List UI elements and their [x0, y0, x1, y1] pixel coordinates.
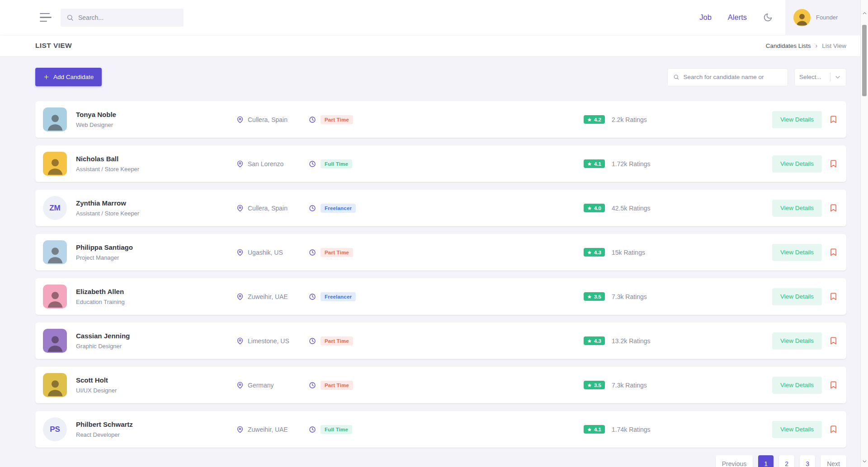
candidate-name: Elizabeth Allen [76, 288, 125, 295]
candidate-employment: Freelancer [309, 204, 356, 213]
candidate-role: Assistant / Store Keeper [76, 210, 139, 217]
rating-badge: 4.2 [584, 115, 605, 124]
view-details-button[interactable]: View Details [772, 332, 822, 350]
nav-link-alerts[interactable]: Alerts [728, 13, 747, 22]
candidate-role: Web Designer [76, 121, 116, 128]
scrollbar[interactable] [860, 0, 868, 467]
candidate-search-input[interactable] [684, 74, 782, 80]
view-details-button[interactable]: View Details [772, 421, 822, 438]
global-search-input[interactable] [78, 14, 178, 21]
add-candidate-button[interactable]: Add Candidate [35, 68, 102, 86]
candidate-employment: Full Time [309, 425, 352, 434]
rating-badge: 4.3 [584, 248, 605, 257]
view-details-button[interactable]: View Details [772, 200, 822, 217]
scrollbar-thumb[interactable] [862, 25, 867, 96]
candidate-rating: 4.2 2.2k Ratings [584, 115, 761, 124]
candidate-actions: View Details [761, 377, 839, 394]
bookmark-button[interactable] [828, 424, 839, 434]
pagination-page-3[interactable]: 3 [800, 455, 815, 467]
candidate-employment: Part Time [309, 115, 353, 124]
employment-type-badge: Freelancer [321, 204, 356, 213]
search-icon [66, 14, 74, 21]
status-select[interactable]: Select... [794, 68, 846, 86]
candidate-avatar [43, 107, 67, 131]
candidate-employment: Freelancer [309, 292, 356, 301]
bookmark-button[interactable] [828, 336, 839, 346]
candidate-role: Project Manager [76, 254, 133, 261]
view-details-button[interactable]: View Details [772, 244, 822, 261]
location-text: Zuweihir, UAE [248, 293, 288, 300]
candidate-row: ZM Zynthia Marrow Assistant / Store Keep… [35, 190, 846, 226]
bookmark-icon [829, 292, 838, 301]
rating-value: 4.1 [594, 427, 601, 432]
bookmark-button[interactable] [828, 291, 839, 302]
pagination-page-1[interactable]: 1 [758, 455, 774, 467]
candidate-avatar [43, 152, 67, 176]
candidate-avatar [43, 373, 67, 397]
bookmark-button[interactable] [828, 380, 839, 390]
scroll-up-icon[interactable] [861, 11, 868, 17]
candidate-avatar: PS [43, 417, 67, 441]
bookmark-button[interactable] [828, 203, 839, 213]
scroll-down-icon[interactable] [861, 459, 868, 465]
candidate-profile: Cassian Jenning Graphic Designer [43, 329, 236, 353]
candidate-employment: Part Time [309, 381, 353, 390]
star-icon [587, 339, 592, 343]
bookmark-icon [829, 425, 838, 434]
dark-mode-toggle[interactable] [763, 13, 773, 22]
candidate-list: Tonya Noble Web Designer Cullera, Spain … [35, 101, 846, 448]
candidate-role: React Developer [76, 431, 133, 438]
view-details-button[interactable]: View Details [772, 288, 822, 305]
view-details-button[interactable]: View Details [772, 155, 822, 173]
candidate-location: Ugashik, US [236, 249, 309, 256]
employment-type-badge: Part Time [321, 248, 353, 257]
view-details-button[interactable]: View Details [772, 377, 822, 394]
chevron-right-icon: › [816, 42, 818, 49]
moon-icon [763, 13, 773, 22]
bookmark-button[interactable] [828, 159, 839, 169]
candidate-location: Cullera, Spain [236, 205, 309, 212]
rating-badge: 4.0 [584, 204, 605, 212]
star-icon [587, 250, 592, 255]
page-header: LIST VIEW Candidates Lists › List View [0, 35, 868, 57]
clock-icon [309, 293, 316, 300]
pagination-page-2[interactable]: 2 [779, 455, 794, 467]
candidate-row: Elizabeth Allen Education Training Zuwei… [35, 278, 846, 315]
user-menu[interactable]: Founder [785, 0, 860, 35]
candidate-avatar [43, 240, 67, 264]
nav-link-job[interactable]: Job [699, 13, 712, 22]
employment-type-badge: Full Time [321, 425, 352, 434]
view-details-button[interactable]: View Details [772, 111, 822, 128]
ratings-count: 15k Ratings [612, 249, 645, 256]
candidate-employment: Full Time [309, 159, 352, 168]
candidate-profile: ZM Zynthia Marrow Assistant / Store Keep… [43, 196, 236, 220]
candidate-actions: View Details [761, 111, 839, 128]
pagination-previous-button[interactable]: Previous [716, 455, 753, 467]
location-icon [236, 426, 244, 433]
bookmark-icon [829, 115, 838, 124]
bookmark-button[interactable] [828, 247, 839, 257]
rating-badge: 4.1 [584, 425, 605, 434]
bookmark-button[interactable] [828, 114, 839, 125]
candidate-actions: View Details [761, 288, 839, 305]
candidate-name: Philbert Schwartz [76, 420, 133, 428]
person-icon [794, 11, 810, 26]
list-toolbar: Add Candidate Select... [35, 68, 846, 86]
candidate-rating: 4.3 15k Ratings [584, 248, 761, 257]
rating-value: 4.3 [594, 250, 601, 255]
location-text: Germany [248, 382, 274, 389]
location-text: Zuweihir, UAE [248, 426, 288, 433]
candidate-avatar: ZM [43, 196, 67, 220]
rating-value: 4.2 [594, 117, 601, 122]
candidate-row: Philippa Santiago Project Manager Ugashi… [35, 234, 846, 271]
pagination-next-button[interactable]: Next [821, 455, 846, 467]
location-icon [236, 293, 244, 300]
breadcrumb-candidates-lists[interactable]: Candidates Lists [766, 42, 811, 49]
main-content: Add Candidate Select... [0, 57, 868, 467]
candidate-employment: Part Time [309, 248, 353, 257]
hamburger-icon[interactable] [40, 13, 52, 22]
location-text: Ugashik, US [248, 249, 283, 256]
clock-icon [309, 205, 316, 212]
rating-badge: 4.1 [584, 159, 605, 168]
rating-badge: 3.5 [584, 381, 605, 389]
